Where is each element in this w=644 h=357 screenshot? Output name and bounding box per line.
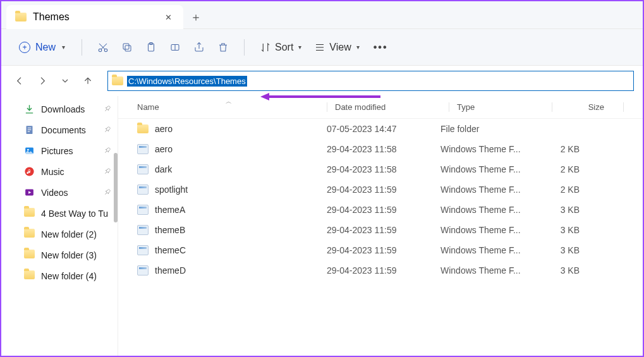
file-row[interactable]: dark29-04-2023 11:58Windows Theme F...2 … [118,159,643,179]
file-type: Windows Theme F... [440,265,535,275]
sidebar-item-new-folder-3-[interactable]: New folder (3) [1,245,118,265]
copy-button[interactable] [116,37,138,58]
tab-title: Themes [33,11,70,23]
divider [82,39,82,56]
file-type: File folder [440,124,535,134]
more-button[interactable]: ••• [367,42,394,53]
sidebar-item-label: New folder (3) [41,250,97,260]
file-size: 2 KB [535,144,598,154]
theme-file-icon [137,205,149,215]
file-name: themeD [155,265,186,275]
file-size: 3 KB [535,225,598,235]
new-tab-button[interactable]: ＋ [183,5,209,28]
sidebar-item-4-best-way-to-tu[interactable]: 4 Best Way to Tu [1,203,118,224]
close-tab-icon[interactable]: ✕ [162,10,174,25]
view-label: View [329,42,351,53]
sidebar-item-new-folder-2-[interactable]: New folder (2) [1,224,118,245]
address-bar[interactable]: C:\Windows\Resources\Themes [107,71,634,91]
column-headers: ︿ Name Date modified Type Size [118,96,643,119]
forward-button[interactable] [33,71,52,90]
sidebar-item-label: Documents [41,125,86,135]
sidebar-item-label: Pictures [41,146,73,156]
folder-icon [137,124,149,133]
file-name: dark [155,164,172,174]
file-row[interactable]: themeD29-04-2023 11:59Windows Theme F...… [118,260,643,281]
file-date: 29-04-2023 11:59 [327,225,440,235]
column-type[interactable]: Type [457,102,552,112]
rename-button[interactable] [164,37,186,58]
nav-row: C:\Windows\Resources\Themes [1,66,643,96]
file-list: ︿ Name Date modified Type Size aero07-05… [118,96,643,356]
file-type: Windows Theme F... [440,205,535,215]
up-button[interactable] [78,71,97,90]
file-row[interactable]: spotlight29-04-2023 11:59Windows Theme F… [118,179,643,200]
file-name: themeC [155,245,186,255]
pin-icon [104,126,111,135]
sidebar-item-videos[interactable]: Videos [1,182,118,203]
file-row[interactable]: themeB29-04-2023 11:59Windows Theme F...… [118,220,643,240]
file-size: 3 KB [535,245,598,255]
column-date[interactable]: Date modified [335,102,449,112]
main-area: DownloadsDocumentsPicturesMusicVideos4 B… [1,96,643,356]
file-type: Windows Theme F... [440,164,535,174]
file-size: 2 KB [535,164,598,174]
sidebar-item-label: 4 Best Way to Tu [41,209,108,219]
pin-icon [104,105,111,114]
sidebar-item-label: Music [41,167,64,177]
chevron-down-icon: ▾ [356,44,360,51]
view-icon [314,42,325,53]
document-icon [24,124,35,135]
plus-circle-icon: + [19,42,30,53]
file-row[interactable]: aero07-05-2023 14:47File folder [118,119,643,139]
pin-icon [104,188,111,197]
new-label: New [35,42,56,53]
file-size: 3 KB [535,205,598,215]
pictures-icon [24,145,35,156]
sidebar: DownloadsDocumentsPicturesMusicVideos4 B… [1,96,118,356]
paste-button[interactable] [140,37,162,58]
sidebar-item-documents[interactable]: Documents [1,119,118,140]
toolbar: + New ▾ Sort ▾ View ▾ ••• [1,29,643,66]
folder-icon [15,13,27,21]
cut-button[interactable] [92,37,114,58]
column-size[interactable]: Size [560,102,623,112]
sort-indicator-icon: ︿ [226,97,232,106]
file-size: 2 KB [535,185,598,195]
window-tab[interactable]: Themes ✕ [6,5,183,29]
theme-file-icon [137,164,149,174]
sidebar-item-pictures[interactable]: Pictures [1,140,118,161]
theme-file-icon [137,144,149,154]
svg-rect-11 [28,130,32,130]
file-name: aero [155,124,173,134]
svg-rect-2 [125,45,131,51]
share-button[interactable] [188,37,210,58]
back-button[interactable] [10,71,29,90]
sidebar-item-new-folder-4-[interactable]: New folder (4) [1,265,118,286]
theme-file-icon [137,185,149,195]
new-button[interactable]: + New ▾ [13,38,71,57]
file-name: aero [155,144,173,154]
sort-button[interactable]: Sort ▾ [255,38,307,57]
file-name: spotlight [155,185,188,195]
music-icon [24,166,35,177]
file-name: themeB [155,225,185,235]
file-date: 29-04-2023 11:59 [327,185,440,195]
view-button[interactable]: View ▾ [309,38,364,57]
file-row[interactable]: themeA29-04-2023 11:59Windows Theme F...… [118,200,643,220]
folder-icon [112,76,123,85]
sidebar-item-music[interactable]: Music [1,161,118,182]
recent-dropdown[interactable] [56,71,75,90]
file-row[interactable]: aero29-04-2023 11:58Windows Theme F...2 … [118,139,643,159]
delete-button[interactable] [212,37,234,58]
folder-icon [24,270,35,281]
pin-icon [104,167,111,176]
file-date: 29-04-2023 11:58 [327,144,440,154]
file-date: 29-04-2023 11:58 [327,164,440,174]
svg-rect-10 [28,128,32,128]
sidebar-scrollbar[interactable] [114,153,118,222]
sidebar-item-label: New folder (4) [41,271,97,281]
theme-file-icon [137,245,149,255]
file-row[interactable]: themeC29-04-2023 11:59Windows Theme F...… [118,240,643,260]
theme-file-icon [137,225,149,235]
sidebar-item-downloads[interactable]: Downloads [1,99,118,119]
